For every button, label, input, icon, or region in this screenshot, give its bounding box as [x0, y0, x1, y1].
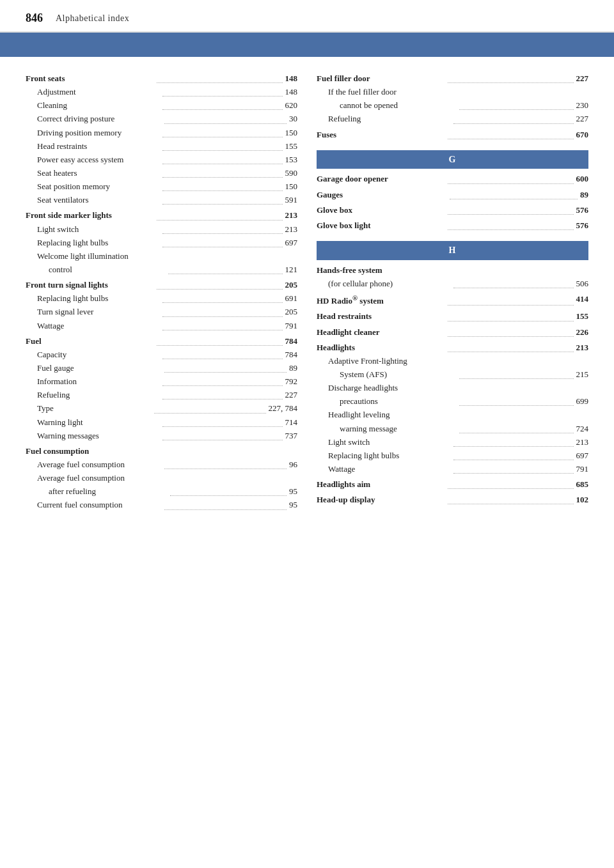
page-title: Alphabetical index: [56, 13, 129, 24]
entry-type: Type 227, 784: [26, 402, 297, 415]
entry-head-restraints-2: Head restraints 155: [317, 310, 588, 323]
entry-headlights: Headlights 213: [317, 341, 588, 354]
entry-refueling-2: Refueling 227: [317, 112, 588, 125]
entry-correct-driving: Correct driving posture 30: [26, 112, 297, 125]
entry-cannot-be-opened: cannot be opened 230: [317, 99, 588, 112]
entry-light-switch: Light switch 213: [26, 223, 297, 236]
entry-head-restraints: Head restraints 155: [26, 140, 297, 153]
entry-glove-box: Glove box 576: [317, 204, 588, 217]
entry-welcome-light: Welcome light illumination: [26, 250, 297, 263]
entry-hd-radio: HD Radio® system 414: [317, 293, 588, 307]
entry-control: control 121: [26, 263, 297, 276]
entry-seat-heaters: Seat heaters 590: [26, 167, 297, 180]
entry-fuel-filler-door: Fuel filler door 227: [317, 72, 588, 85]
left-column: Front seats 148 Adjustment 148 Cleaning …: [26, 70, 297, 512]
entry-wattage-1: Wattage 791: [26, 320, 297, 332]
entry-capacity: Capacity 784: [26, 348, 297, 361]
entry-cleaning: Cleaning 620: [26, 99, 297, 112]
entry-gauges: Gauges 89: [317, 189, 588, 201]
right-column: Fuel filler door 227 If the fuel filler …: [317, 70, 588, 512]
entry-replacing-bulbs-2: Replacing light bulbs 691: [26, 292, 297, 305]
entry-fuel-consumption: Fuel consumption: [26, 445, 297, 458]
entry-avg-fuel: Average fuel consumption 96: [26, 458, 297, 471]
entry-fuel-gauge: Fuel gauge 89: [26, 362, 297, 375]
entry-garage-door: Garage door opener 600: [317, 173, 588, 185]
entry-fuel: Fuel 784: [26, 335, 297, 348]
blue-banner: [0, 33, 614, 57]
entry-turn-signal-lever: Turn signal lever 205: [26, 306, 297, 318]
entry-information: Information 792: [26, 375, 297, 388]
entry-front-seats: Front seats 148: [26, 72, 297, 85]
section-header-g: G: [317, 150, 588, 169]
entry-after-refueling: after refueling 95: [26, 485, 297, 498]
entry-adjustment: Adjustment 148: [26, 86, 297, 98]
entry-warning-message: warning message 724: [317, 422, 588, 435]
section-header-h: H: [317, 241, 588, 260]
entry-avg-fuel-2: Average fuel consumption: [26, 472, 297, 484]
entry-replacing-bulbs-1: Replacing light bulbs 697: [26, 236, 297, 249]
entry-current-fuel: Current fuel consumption 95: [26, 499, 297, 511]
entry-fuses: Fuses 670: [317, 128, 588, 141]
entry-front-turn-signal: Front turn signal lights 205: [26, 279, 297, 291]
entry-discharge-headlights: Discharge headlights: [317, 382, 588, 394]
entry-driving-position-memory: Driving position memory 150: [26, 127, 297, 139]
entry-glove-box-light: Glove box light 576: [317, 219, 588, 232]
entry-precautions: precautions 699: [317, 395, 588, 408]
page-header: 846 Alphabetical index: [0, 0, 614, 33]
entry-warning-light: Warning light 714: [26, 416, 297, 429]
entry-afs: System (AFS) 215: [317, 368, 588, 381]
entry-refueling-1: Refueling 227: [26, 389, 297, 401]
entry-head-up-display: Head-up display 102: [317, 493, 588, 506]
entry-adaptive-front: Adaptive Front-lighting: [317, 355, 588, 368]
entry-front-side-marker: Front side marker lights 213: [26, 209, 297, 222]
entry-if-fuel-filler: If the fuel filler door: [317, 86, 588, 98]
entry-power-easy-access: Power easy access system 153: [26, 153, 297, 166]
entry-light-switch-2: Light switch 213: [317, 436, 588, 449]
content-area: Front seats 148 Adjustment 148 Cleaning …: [0, 57, 614, 538]
page-number: 846: [26, 12, 43, 25]
entry-headlights-aim: Headlights aim 685: [317, 478, 588, 491]
entry-cellular-phone: (for cellular phone) 506: [317, 277, 588, 290]
entry-warning-messages: Warning messages 737: [26, 430, 297, 442]
entry-headlight-cleaner: Headlight cleaner 226: [317, 326, 588, 339]
entry-hands-free: Hands-free system: [317, 264, 588, 277]
entry-wattage-2: Wattage 791: [317, 463, 588, 476]
entry-seat-position-memory: Seat position memory 150: [26, 180, 297, 193]
entry-replacing-bulbs-3: Replacing light bulbs 697: [317, 449, 588, 462]
entry-seat-ventilators: Seat ventilators 591: [26, 194, 297, 206]
entry-headlight-leveling: Headlight leveling: [317, 408, 588, 421]
